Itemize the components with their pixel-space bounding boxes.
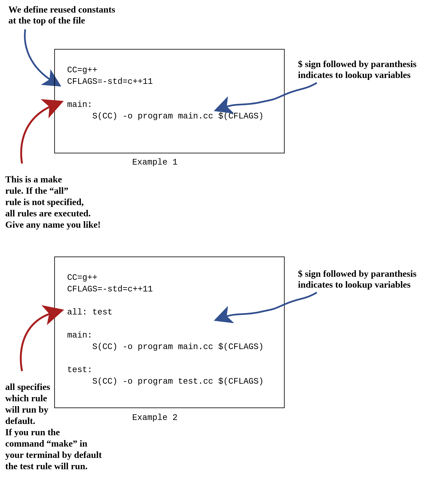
arrow-all-rule	[21, 312, 54, 371]
svg-text:CC=g++: CC=g++	[67, 273, 97, 282]
svg-text:S(CC) -o program main.cc $(CFL: S(CC) -o program main.cc $(CFLAGS)	[67, 111, 264, 121]
example1-caption: Example 1	[132, 158, 177, 167]
arrow-make-rule	[21, 105, 54, 164]
svg-text:S(CC) -o program test.cc $(CFL: S(CC) -o program test.cc $(CFLAGS)	[67, 377, 264, 386]
svg-text:S(CC) -o program main.cc $(CFL: S(CC) -o program main.cc $(CFLAGS)	[67, 342, 264, 352]
svg-text:all: test: all: test	[67, 308, 112, 317]
svg-text:test:: test:	[67, 365, 92, 375]
annotation-make-rule: This is a make rule. If the “all” rule i…	[5, 174, 101, 230]
example2-code: CC=g++ CFLAGS=-std=c++11 all: test main:…	[67, 273, 264, 386]
arrow-dollar-1	[223, 83, 317, 108]
svg-text:CFLAGS=-std=c++11: CFLAGS=-std=c++11	[67, 284, 153, 294]
svg-text:main:: main:	[67, 331, 92, 340]
svg-text:CC=g++: CC=g++	[67, 65, 97, 75]
arrow-dollar-2	[223, 292, 317, 318]
annotation-dollar-1: $ sign followed by paranthesis indicates…	[298, 59, 419, 80]
example1-code: CC=g++ CFLAGS=-std=c++11 main: S(CC) -o …	[67, 65, 264, 121]
example2-caption: Example 2	[132, 413, 177, 423]
svg-text:CFLAGS=-std=c++11: CFLAGS=-std=c++11	[67, 77, 153, 86]
arrow-constants	[25, 29, 54, 82]
svg-text:main:: main:	[67, 100, 92, 110]
annotation-dollar-2: $ sign followed by paranthesis indicates…	[298, 269, 419, 290]
annotation-constants: We define reused constants at the top of…	[8, 4, 118, 26]
